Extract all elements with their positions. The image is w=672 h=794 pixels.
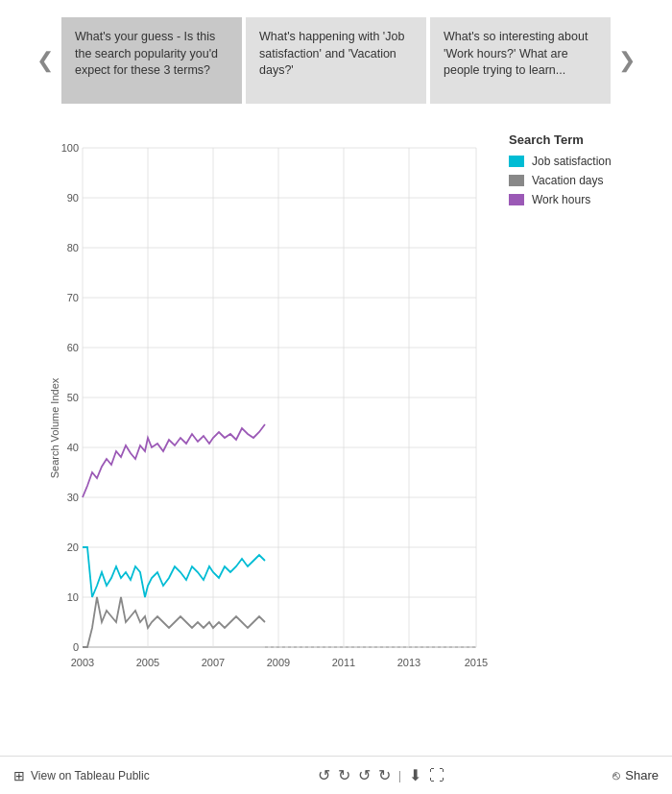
legend-title: Search Term <box>509 132 653 147</box>
svg-text:60: 60 <box>67 342 79 353</box>
grid-lines <box>83 148 476 647</box>
back-button[interactable]: ↺ <box>358 766 371 784</box>
carousel-item-1-text: What's your guess - Is this the search p… <box>75 30 218 77</box>
svg-text:70: 70 <box>67 292 79 303</box>
share-button[interactable]: ⎋ Share <box>612 768 659 782</box>
line-job-satisfaction <box>83 547 265 597</box>
tableau-grid-icon: ⊞ <box>13 768 25 783</box>
svg-text:90: 90 <box>67 192 79 204</box>
legend: Search Term Job satisfaction Vacation da… <box>509 132 653 212</box>
svg-text:0: 0 <box>73 641 79 653</box>
share-icon: ⎋ <box>612 768 620 782</box>
carousel-items: What's your guess - Is this the search p… <box>61 17 611 104</box>
forward-button[interactable]: ↻ <box>378 766 391 784</box>
line-vacation-days <box>83 597 265 647</box>
x-axis-ticks: 2003 2005 2007 2009 2011 2013 2015 <box>71 657 488 668</box>
carousel: ❮ What's your guess - Is this the search… <box>0 0 672 121</box>
legend-item-vacation-days: Vacation days <box>509 174 653 187</box>
toolbar: ⊞ View on Tableau Public ↺ ↻ ↺ ↻ | ⬇ ⛶ ⎋… <box>0 756 672 794</box>
legend-label-vacation-days: Vacation days <box>532 174 604 187</box>
line-work-hours <box>83 424 265 497</box>
carousel-next-button[interactable]: ❯ <box>611 17 643 104</box>
svg-text:2005: 2005 <box>136 657 159 668</box>
svg-text:2015: 2015 <box>465 657 488 668</box>
legend-label-work-hours: Work hours <box>532 193 590 206</box>
share-label: Share <box>625 768 659 782</box>
carousel-item-2-text: What's happening with 'Job satisfaction'… <box>259 30 404 77</box>
svg-text:10: 10 <box>67 591 79 603</box>
toolbar-separator: | <box>398 768 401 782</box>
download-icon[interactable]: ⬇ <box>409 766 421 784</box>
carousel-item-3-text: What's so interesting about 'Work hours?… <box>444 30 588 77</box>
legend-item-job-satisfaction: Job satisfaction <box>509 155 653 168</box>
toolbar-right: ⎋ Share <box>612 768 659 782</box>
legend-color-job-satisfaction <box>509 156 524 167</box>
svg-text:50: 50 <box>67 392 79 403</box>
view-on-tableau-label: View on Tableau Public <box>31 769 150 782</box>
carousel-item-2[interactable]: What's happening with 'Job satisfaction'… <box>246 17 426 104</box>
svg-text:30: 30 <box>67 492 79 503</box>
y-axis-ticks: 100 90 80 70 60 50 40 30 20 10 0 <box>61 142 79 653</box>
view-on-tableau-button[interactable]: ⊞ View on Tableau Public <box>13 768 150 783</box>
svg-text:80: 80 <box>67 242 79 253</box>
svg-text:2011: 2011 <box>332 657 355 668</box>
legend-item-work-hours: Work hours <box>509 193 653 206</box>
chart-svg: 100 90 80 70 60 50 40 30 20 10 0 2003 20… <box>35 129 505 705</box>
undo-button[interactable]: ↺ <box>318 766 330 784</box>
carousel-item-1[interactable]: What's your guess - Is this the search p… <box>61 17 242 104</box>
redo-button[interactable]: ↻ <box>338 766 350 784</box>
svg-text:40: 40 <box>67 442 79 453</box>
carousel-item-3[interactable]: What's so interesting about 'Work hours?… <box>430 17 611 104</box>
svg-text:2003: 2003 <box>71 657 94 668</box>
carousel-prev-button[interactable]: ❮ <box>29 17 61 104</box>
svg-text:2013: 2013 <box>397 657 420 668</box>
legend-color-vacation-days <box>509 175 524 186</box>
svg-text:2007: 2007 <box>202 657 225 668</box>
svg-text:20: 20 <box>67 541 79 553</box>
fullscreen-icon[interactable]: ⛶ <box>429 767 444 784</box>
toolbar-controls: ↺ ↻ ↺ ↻ | ⬇ ⛶ <box>318 766 444 784</box>
svg-text:100: 100 <box>61 142 79 154</box>
legend-color-work-hours <box>509 194 524 205</box>
legend-label-job-satisfaction: Job satisfaction <box>532 155 612 168</box>
chart-area: Search Volume Index Search Term Job sati… <box>0 121 672 735</box>
svg-text:2009: 2009 <box>267 657 290 668</box>
